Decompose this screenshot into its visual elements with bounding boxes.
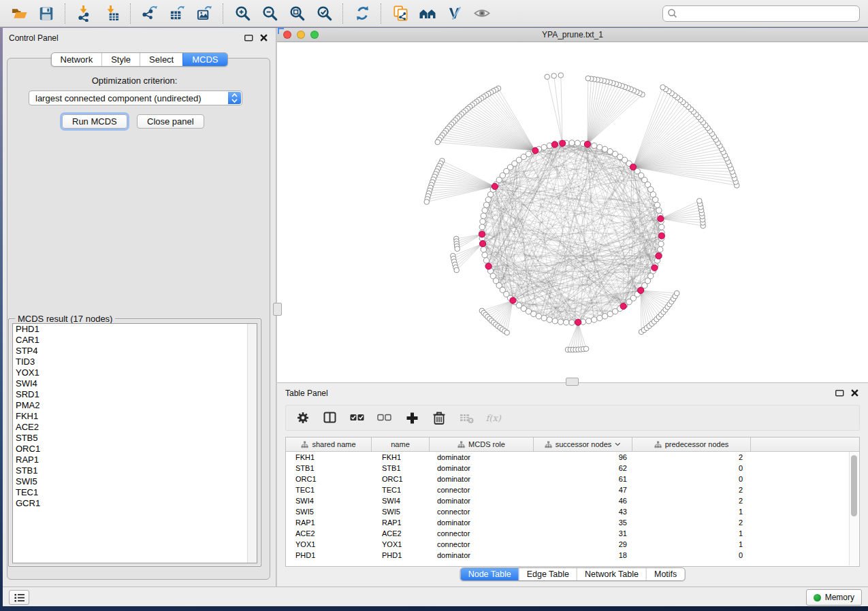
vertical-splitter-handle[interactable] <box>273 303 282 316</box>
cell-shared_name: STB1 <box>286 464 372 472</box>
cell-predecessor_nodes: 1 <box>632 508 751 516</box>
float-panel-icon[interactable] <box>244 35 253 42</box>
table-scrollbar[interactable] <box>849 452 858 565</box>
tab-style[interactable]: Style <box>101 53 140 66</box>
export-image-icon[interactable] <box>191 3 218 24</box>
optimization-criterion-value: largest connected component (undirected) <box>35 93 202 103</box>
mcds-result-item[interactable]: STB5 <box>13 433 257 444</box>
horizontal-splitter-handle[interactable] <box>566 378 579 386</box>
table-row[interactable]: STB1STB1dominator620 <box>286 463 859 474</box>
window-close-button[interactable] <box>283 31 291 39</box>
export-table-icon[interactable] <box>163 3 191 24</box>
deselect-all-columns-icon[interactable] <box>376 409 393 427</box>
table-row[interactable]: SWI4SWI4dominator462 <box>286 495 859 506</box>
cell-name: YOX1 <box>372 540 430 548</box>
cell-successor_nodes: 18 <box>534 551 632 559</box>
table-tab-node-table[interactable]: Node Table <box>461 568 519 580</box>
network-window-titlebar[interactable]: YPA_prune.txt_1 <box>277 28 868 42</box>
table-tab-network-table[interactable]: Network Table <box>577 568 646 580</box>
table-toolbar: f(x) <box>285 405 860 431</box>
mcds-result-item[interactable]: PHD1 <box>13 324 257 335</box>
column-header-successor-nodes[interactable]: successor nodes <box>534 437 632 451</box>
tab-mcds[interactable]: MCDS <box>182 53 227 66</box>
table-panel: Table Panel <box>277 382 868 587</box>
search-input[interactable] <box>662 5 860 22</box>
mcds-result-item[interactable]: SWI4 <box>13 378 257 389</box>
network-canvas[interactable] <box>277 42 868 382</box>
table-row[interactable]: ACE2ACE2connector311 <box>286 528 859 539</box>
column-header-name[interactable]: name <box>372 437 430 451</box>
memory-button[interactable]: Memory <box>806 589 862 606</box>
run-mcds-button[interactable]: Run MCDS <box>62 114 127 129</box>
houses-icon[interactable] <box>414 3 441 24</box>
column-type-icon <box>457 441 465 448</box>
import-network-icon[interactable] <box>71 3 98 24</box>
table-row[interactable]: RAP1RAP1dominator352 <box>286 517 859 528</box>
sort-descending-icon <box>615 442 621 446</box>
mcds-result-item[interactable]: TEC1 <box>13 487 257 498</box>
select-stepper-icon <box>228 92 241 104</box>
mcds-result-item[interactable]: GCR1 <box>13 498 257 509</box>
column-header-shared-name[interactable]: shared name <box>286 437 372 451</box>
table-tab-edge-table[interactable]: Edge Table <box>519 568 577 580</box>
float-panel-icon[interactable] <box>835 390 844 397</box>
table-settings-gear-icon[interactable] <box>294 409 312 427</box>
create-column-icon[interactable] <box>403 409 421 427</box>
zoom-fit-icon[interactable] <box>283 3 310 24</box>
show-graphics-details-icon[interactable] <box>468 3 496 24</box>
window-minimize-button[interactable] <box>297 31 305 39</box>
select-all-columns-icon[interactable] <box>349 409 366 427</box>
clone-network-icon[interactable] <box>387 3 414 24</box>
mcds-result-item[interactable]: SRD1 <box>13 389 257 400</box>
table-row[interactable]: ORC1ORC1dominator610 <box>286 474 859 484</box>
table-row[interactable]: FKH1FKH1dominator962 <box>286 452 859 463</box>
mcds-result-item[interactable]: ORC1 <box>13 444 257 455</box>
app-window: Control Panel NetworkStyleSelectMCDS Opt… <box>3 28 868 587</box>
table-row[interactable]: SWI5SWI5connector431 <box>286 506 859 517</box>
cell-successor_nodes: 46 <box>534 497 632 505</box>
column-header-MCDS-role[interactable]: MCDS role <box>430 437 534 451</box>
mcds-list-scrollbar[interactable] <box>247 324 257 563</box>
mcds-result-item[interactable]: ACE2 <box>13 422 257 433</box>
export-network-icon[interactable] <box>136 3 163 24</box>
tab-network[interactable]: Network <box>51 53 101 66</box>
open-file-icon[interactable] <box>5 3 33 24</box>
zoom-selected-icon[interactable] <box>310 3 338 24</box>
tab-select[interactable]: Select <box>140 53 182 66</box>
cell-mcds_role: connector <box>430 508 534 516</box>
import-table-icon[interactable] <box>98 3 125 24</box>
mcds-result-item[interactable]: SWI5 <box>13 476 257 487</box>
column-header-predecessor-nodes[interactable]: predecessor nodes <box>632 437 751 451</box>
table-row[interactable]: YOX1YOX1connector291 <box>286 539 859 550</box>
refresh-icon[interactable] <box>349 3 376 24</box>
close-panel-icon[interactable] <box>851 389 858 397</box>
show-column-panel-icon[interactable] <box>321 409 339 427</box>
table-scrollbar-thumb[interactable] <box>851 455 857 516</box>
mcds-result-item[interactable]: PMA2 <box>13 400 257 411</box>
mcds-result-item[interactable]: FKH1 <box>13 411 257 422</box>
toolbar-separator <box>342 3 344 24</box>
mcds-result-item[interactable]: STB1 <box>13 465 257 476</box>
close-panel-button[interactable]: Close panel <box>137 114 204 129</box>
close-panel-icon[interactable] <box>260 34 268 42</box>
mcds-result-item[interactable]: RAP1 <box>13 455 257 465</box>
task-history-button[interactable] <box>9 590 29 605</box>
hide-graphics-details-icon[interactable] <box>441 3 468 24</box>
mcds-result-item[interactable]: CAR1 <box>13 335 257 346</box>
mcds-result-item[interactable]: TID3 <box>13 357 257 367</box>
table-row[interactable]: TEC1TEC1connector472 <box>286 484 859 495</box>
mcds-result-item[interactable]: STP4 <box>13 346 257 357</box>
table-tab-motifs[interactable]: Motifs <box>646 568 684 580</box>
save-icon[interactable] <box>33 3 60 24</box>
cell-shared_name: ACE2 <box>286 529 372 538</box>
zoom-in-icon[interactable] <box>229 3 256 24</box>
cell-mcds_role: connector <box>430 486 534 494</box>
window-zoom-button[interactable] <box>310 31 319 39</box>
delete-column-icon[interactable] <box>430 409 448 427</box>
table-row[interactable]: PHD1PHD1dominator180 <box>286 550 859 561</box>
mcds-result-item[interactable]: YOX1 <box>13 367 257 378</box>
mcds-result-list[interactable]: PHD1CAR1STP4TID3YOX1SWI4SRD1PMA2FKH1ACE2… <box>12 323 257 563</box>
optimization-criterion-select[interactable]: largest connected component (undirected) <box>29 90 242 105</box>
zoom-out-icon[interactable] <box>256 3 283 24</box>
memory-label: Memory <box>825 593 854 602</box>
